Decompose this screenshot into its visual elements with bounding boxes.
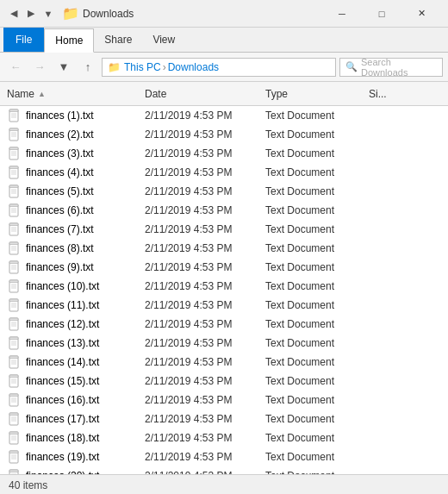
path-this-pc[interactable]: This PC — [124, 61, 161, 73]
table-row[interactable]: finances (9).txt 2/11/2019 4:53 PM Text … — [0, 258, 448, 277]
file-icon — [7, 317, 22, 331]
file-type: Text Document — [265, 280, 369, 292]
file-name: finances (15).txt — [26, 375, 145, 387]
file-type: Text Document — [265, 318, 369, 330]
path-separator: › — [163, 61, 166, 73]
file-date: 2/11/2019 4:53 PM — [145, 394, 265, 406]
file-type: Text Document — [265, 147, 369, 159]
table-row[interactable]: finances (18).txt 2/11/2019 4:53 PM Text… — [0, 428, 448, 447]
table-row[interactable]: finances (4).txt 2/11/2019 4:53 PM Text … — [0, 163, 448, 182]
file-name: finances (16).txt — [26, 394, 145, 406]
title-bar: ◀ ▶ ▼ 📁 Downloads ─ □ ✕ — [0, 0, 448, 28]
file-type: Text Document — [265, 204, 369, 216]
address-bar: ← → ▼ ↑ 📁 This PC › Downloads 🔍 Search D… — [0, 53, 448, 82]
file-type: Text Document — [265, 337, 369, 349]
file-name: finances (6).txt — [26, 204, 145, 216]
file-type: Text Document — [265, 261, 369, 273]
file-icon — [7, 412, 22, 426]
table-row[interactable]: finances (16).txt 2/11/2019 4:53 PM Text… — [0, 391, 448, 410]
table-row[interactable]: finances (3).txt 2/11/2019 4:53 PM Text … — [0, 144, 448, 163]
svg-rect-46 — [9, 280, 18, 283]
table-row[interactable]: finances (10).txt 2/11/2019 4:53 PM Text… — [0, 277, 448, 296]
table-row[interactable]: finances (17).txt 2/11/2019 4:53 PM Text… — [0, 410, 448, 428]
maximize-button[interactable]: □ — [362, 0, 401, 28]
search-placeholder: Search Downloads — [361, 57, 437, 78]
table-row[interactable]: finances (15).txt 2/11/2019 4:53 PM Text… — [0, 372, 448, 391]
file-date: 2/11/2019 4:53 PM — [145, 451, 265, 463]
sort-arrow-icon: ▲ — [38, 90, 46, 98]
file-date: 2/11/2019 4:53 PM — [145, 166, 265, 178]
table-row[interactable]: finances (7).txt 2/11/2019 4:53 PM Text … — [0, 220, 448, 239]
window-controls: ─ □ ✕ — [322, 0, 441, 28]
table-row[interactable]: finances (2).txt 2/11/2019 4:53 PM Text … — [0, 125, 448, 144]
table-row[interactable]: finances (12).txt 2/11/2019 4:53 PM Text… — [0, 315, 448, 334]
item-count: 40 items — [9, 479, 47, 491]
file-icon — [7, 298, 22, 312]
table-row[interactable]: finances (5).txt 2/11/2019 4:53 PM Text … — [0, 182, 448, 201]
file-date: 2/11/2019 4:53 PM — [145, 413, 265, 425]
table-row[interactable]: finances (11).txt 2/11/2019 4:53 PM Text… — [0, 296, 448, 315]
file-type: Text Document — [265, 451, 369, 463]
header-date[interactable]: Date — [145, 88, 265, 100]
svg-rect-56 — [9, 318, 18, 321]
search-box[interactable]: 🔍 Search Downloads — [339, 58, 443, 77]
table-row[interactable]: finances (1).txt 2/11/2019 4:53 PM Text … — [0, 106, 448, 125]
file-type: Text Document — [265, 128, 369, 141]
tab-view[interactable]: View — [142, 28, 185, 52]
file-date: 2/11/2019 4:53 PM — [145, 204, 265, 216]
folder-icon: 📁 — [62, 5, 79, 22]
table-row[interactable]: finances (20).txt 2/11/2019 4:53 PM Text… — [0, 466, 448, 474]
down-icon: ▼ — [41, 7, 55, 21]
file-name: finances (18).txt — [26, 432, 145, 444]
header-type[interactable]: Type — [265, 88, 369, 100]
file-icon — [7, 279, 22, 293]
path-downloads[interactable]: Downloads — [168, 61, 219, 73]
file-list[interactable]: finances (1).txt 2/11/2019 4:53 PM Text … — [0, 106, 448, 474]
back-button[interactable]: ← — [5, 57, 26, 78]
header-name[interactable]: Name ▲ — [7, 88, 145, 100]
file-name: finances (12).txt — [26, 318, 145, 330]
svg-rect-6 — [9, 128, 18, 131]
tab-share[interactable]: Share — [94, 28, 142, 52]
file-icon — [7, 260, 22, 274]
file-date: 2/11/2019 4:53 PM — [145, 432, 265, 444]
file-date: 2/11/2019 4:53 PM — [145, 337, 265, 349]
svg-rect-76 — [9, 394, 18, 397]
file-date: 2/11/2019 4:53 PM — [145, 147, 265, 159]
file-date: 2/11/2019 4:53 PM — [145, 375, 265, 387]
window-title: Downloads — [83, 8, 134, 20]
table-row[interactable]: finances (6).txt 2/11/2019 4:53 PM Text … — [0, 201, 448, 220]
status-bar: 40 items — [0, 474, 448, 494]
file-icon — [7, 336, 22, 350]
table-row[interactable]: finances (8).txt 2/11/2019 4:53 PM Text … — [0, 239, 448, 258]
dropdown-button[interactable]: ▼ — [53, 57, 74, 78]
file-type: Text Document — [265, 432, 369, 444]
file-name: finances (4).txt — [26, 166, 145, 178]
table-row[interactable]: finances (14).txt 2/11/2019 4:53 PM Text… — [0, 353, 448, 372]
table-row[interactable]: finances (19).txt 2/11/2019 4:53 PM Text… — [0, 447, 448, 466]
address-path[interactable]: 📁 This PC › Downloads — [102, 58, 336, 77]
file-name: finances (2).txt — [26, 128, 145, 141]
svg-rect-16 — [9, 166, 18, 169]
header-size[interactable]: Si... — [369, 88, 441, 100]
file-icon — [7, 469, 22, 475]
svg-rect-96 — [9, 470, 18, 472]
tab-file[interactable]: File — [3, 28, 44, 52]
forward-icon: ▶ — [24, 7, 38, 21]
svg-rect-51 — [9, 299, 18, 302]
close-button[interactable]: ✕ — [401, 0, 441, 28]
svg-rect-26 — [9, 204, 18, 207]
file-icon — [7, 393, 22, 407]
tab-home[interactable]: Home — [44, 28, 94, 53]
svg-rect-71 — [9, 375, 18, 378]
up-button[interactable]: ↑ — [78, 57, 98, 78]
file-type: Text Document — [265, 185, 369, 197]
file-type: Text Document — [265, 223, 369, 235]
minimize-button[interactable]: ─ — [322, 0, 362, 28]
forward-button[interactable]: → — [29, 57, 50, 78]
file-type: Text Document — [265, 375, 369, 387]
file-date: 2/11/2019 4:53 PM — [145, 185, 265, 197]
file-name: finances (3).txt — [26, 147, 145, 159]
file-icon — [7, 109, 22, 122]
table-row[interactable]: finances (13).txt 2/11/2019 4:53 PM Text… — [0, 334, 448, 353]
